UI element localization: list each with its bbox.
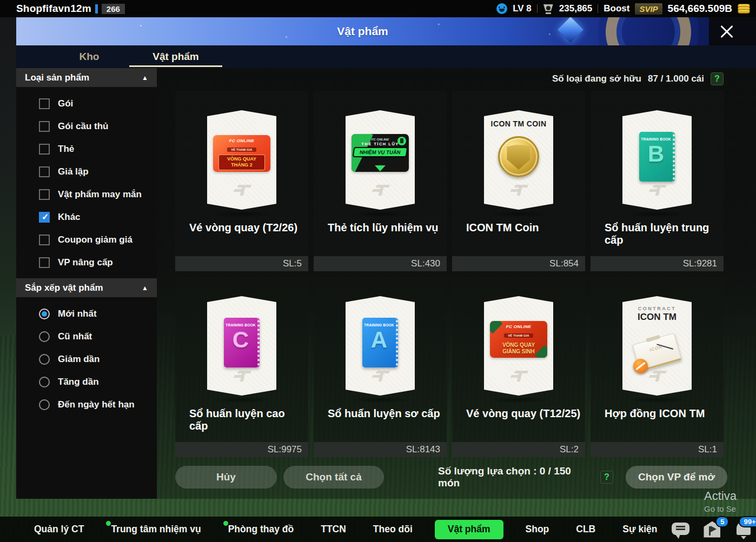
card-shadow [487, 397, 550, 403]
filter-option[interactable]: Thẻ [16, 138, 157, 160]
item-name: Vé vòng quay (T12/25) [466, 407, 581, 420]
item-card[interactable]: TRAINING BOOK B Sổ huấn luyện trung cấp … [591, 91, 724, 271]
spin-ticket-art: FC ONLINEVÉ THAM GIA VÒNG QUAYTHÁNG 2 [213, 135, 270, 172]
filter-option[interactable]: Coupon giảm giá [16, 229, 157, 251]
item-card[interactable]: TRAINING BOOK C Sổ huấn luyện cao cấp SL… [175, 277, 308, 457]
username: Shopfifavn12m [16, 3, 91, 15]
xmas-ticket-art: FC ONLINEVÉ THAM GIA VÒNG QUAYGIÁNG SINH [490, 321, 547, 358]
option-label: Giảm dần [58, 354, 100, 365]
sort-section-title: Sắp xếp vật phẩm [25, 283, 103, 293]
filter-option[interactable]: VP nâng cấp [16, 251, 157, 274]
sort-option[interactable]: Đến ngày hết hạn [16, 393, 157, 416]
watermark-line2: Go to Se [704, 504, 756, 513]
item-name: Hợp đồng ICON TM [605, 407, 719, 420]
item-count-bar: SL:5 [175, 256, 308, 271]
training-book-art: TRAINING BOOK C [224, 318, 260, 367]
item-count: SL:9975 [268, 444, 302, 454]
item-count: SL:9281 [683, 258, 717, 269]
svip-badge[interactable]: SVIP [635, 3, 662, 15]
sort-option[interactable]: Giảm dần [16, 348, 157, 371]
sort-option[interactable]: Tăng dần [16, 371, 157, 393]
radio-icon[interactable] [39, 309, 50, 319]
owned-count: 87 / 1.000 cái [648, 73, 704, 84]
sort-section-header[interactable]: Sắp xếp vật phẩm ▲ [16, 278, 157, 297]
filter-option[interactable]: Vật phẩm may mắn [16, 183, 157, 206]
help-icon[interactable]: ? [711, 72, 724, 85]
item-count-bar: SL:9975 [175, 442, 308, 457]
item-card[interactable]: FC ONLINEVÉ THAM GIA VÒNG QUAYGIÁNG SINH… [452, 277, 585, 457]
filter-option[interactable]: Gói [16, 92, 157, 115]
items-panel: Số loại đang sở hữu 87 / 1.000 cái ? FC … [157, 68, 756, 499]
tab-inventory[interactable]: Kho [57, 45, 122, 68]
option-label: Giả lập [58, 166, 89, 177]
item-name: Sổ huấn luyện sơ cấp [328, 407, 442, 420]
item-card-art: ICON TM COIN [484, 110, 553, 210]
option-label: Coupon giảm giá [58, 235, 132, 245]
checkbox-icon[interactable] [39, 166, 50, 177]
item-card-art: FC ONLINE THẺ TÍCH LŨYNHIỆM VỤ TUẦN [346, 110, 415, 210]
item-card[interactable]: FC ONLINE THẺ TÍCH LŨYNHIỆM VỤ TUẦN Thẻ … [314, 91, 447, 271]
checkbox-icon[interactable] [39, 189, 50, 200]
card-shadow [349, 397, 412, 403]
filter-option[interactable]: Giả lập [16, 160, 157, 183]
item-card[interactable]: ICON TM COIN ICON TM Coin SL:854 [452, 91, 585, 271]
select-all-button[interactable]: Chọn tất cả [283, 466, 384, 489]
radio-icon[interactable] [39, 331, 50, 342]
radio-icon[interactable] [39, 377, 50, 387]
option-label: Khác [58, 212, 81, 223]
checkbox-icon[interactable] [39, 235, 50, 245]
chat-icon[interactable] [671, 520, 691, 539]
nav-item[interactable]: Shop [512, 517, 563, 542]
option-label: VP nâng cấp [58, 257, 113, 268]
cancel-button[interactable]: Hủy [175, 466, 277, 489]
item-card[interactable]: CONTRACT ICON TM ICON Hợp đồng ICON TM S… [591, 277, 724, 457]
close-icon[interactable] [719, 23, 735, 39]
owned-summary: Số loại đang sở hữu 87 / 1.000 cái ? [552, 72, 724, 85]
open-items-button[interactable]: Chọn VP để mở [626, 466, 727, 489]
top-status-bar: Shopfifavn12m 266 LV 8 235,865 Boost SVI… [0, 0, 756, 17]
nav-item[interactable]: Vật phẩm [435, 520, 503, 539]
nav-item[interactable]: Phòng thay đồ [215, 517, 308, 542]
selection-help-icon[interactable]: ? [600, 471, 613, 484]
filter-option[interactable]: Gói cầu thủ [16, 115, 157, 138]
bottom-nav-bar: Quản lý CTTrung tâm nhiệm vụPhòng thay đ… [0, 517, 756, 542]
tab-items-active[interactable]: Vật phẩm [122, 45, 230, 68]
checkbox-icon[interactable] [39, 121, 50, 132]
nav-item[interactable]: Quản lý CT [21, 517, 97, 542]
item-count-bar: SL:9281 [591, 256, 724, 271]
card-shadow [349, 211, 412, 217]
option-label: Mới nhất [58, 309, 97, 319]
contract-title: ICON TM [622, 312, 692, 323]
filter-option[interactable]: Khác [16, 206, 157, 229]
radio-icon[interactable] [39, 399, 50, 410]
bell-icon[interactable]: 99+ [733, 520, 754, 539]
item-name: Sổ huấn luyện trung cấp [605, 222, 719, 246]
sort-option[interactable]: Cũ nhất [16, 325, 157, 348]
tab-bar: KhoVật phẩm [16, 45, 756, 68]
nav-item[interactable]: CLB [562, 517, 609, 542]
checkbox-icon[interactable] [39, 257, 50, 268]
nav-item[interactable]: Sự kiện [609, 517, 671, 542]
item-name: Sổ huấn luyện cao cấp [189, 407, 304, 432]
checkbox-icon[interactable] [39, 144, 50, 155]
card-shadow [210, 211, 273, 217]
nav-item[interactable]: Trung tâm nhiệm vụ [97, 517, 214, 542]
item-card-art: FC ONLINEVÉ THAM GIA VÒNG QUAYGIÁNG SINH [484, 296, 553, 396]
item-card[interactable]: FC ONLINEVÉ THAM GIA VÒNG QUAYTHÁNG 2 Vé… [175, 91, 308, 271]
mission-card-art: FC ONLINE THẺ TÍCH LŨYNHIỆM VỤ TUẦN [352, 134, 409, 172]
checkbox-icon[interactable] [39, 98, 50, 109]
level-label: LV 8 [513, 3, 532, 14]
collapse-triangle-icon[interactable]: ▲ [142, 74, 148, 82]
gold-coin-art [498, 136, 539, 177]
nav-item[interactable]: Theo dõi [360, 517, 426, 542]
share-icon[interactable]: 5 [702, 520, 722, 539]
modal-header-right [709, 17, 756, 45]
filter-section-header[interactable]: Loại sản phẩm ▲ [16, 68, 157, 87]
collapse-triangle-icon[interactable]: ▲ [142, 284, 148, 292]
nav-item[interactable]: TTCN [307, 517, 360, 542]
sort-option[interactable]: Mới nhất [16, 303, 157, 325]
item-card[interactable]: TRAINING BOOK A Sổ huấn luyện sơ cấp SL:… [314, 277, 447, 457]
contract-subtitle: CONTRACT [622, 306, 692, 311]
checkbox-icon[interactable] [39, 212, 50, 223]
radio-icon[interactable] [39, 354, 50, 365]
